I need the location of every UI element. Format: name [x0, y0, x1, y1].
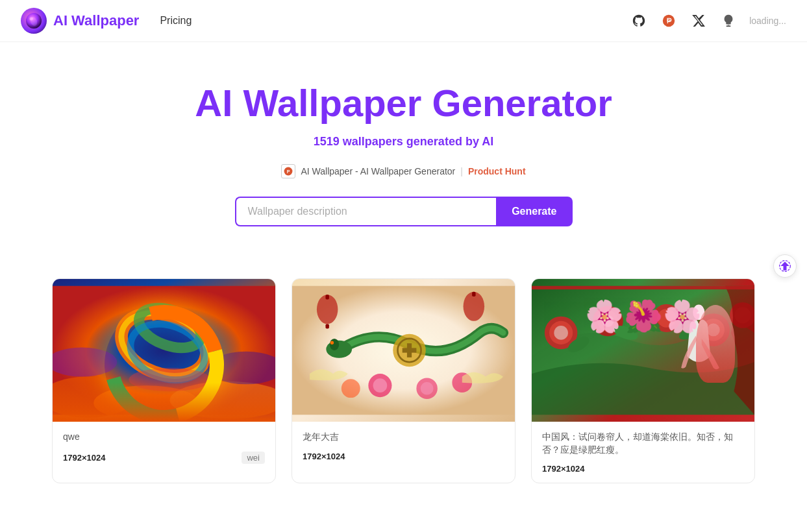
gallery-size-2: 1792×1024: [303, 452, 345, 461]
svg-point-31: [421, 382, 434, 395]
loading-status: loading...: [749, 16, 786, 26]
twitter-x-icon[interactable]: [689, 12, 708, 30]
header-left: AI Wallpaper Pricing: [21, 8, 192, 34]
logo-link[interactable]: AI Wallpaper: [21, 8, 139, 34]
svg-point-9: [53, 377, 134, 418]
svg-point-48: [702, 319, 725, 341]
svg-point-15: [123, 314, 212, 389]
svg-point-46: [657, 309, 676, 328]
svg-point-27: [330, 341, 334, 345]
svg-point-44: [602, 315, 614, 327]
hero-title: AI Wallpaper Generator: [195, 81, 612, 125]
svg-point-32: [341, 379, 360, 398]
producthunt-icon[interactable]: P: [660, 12, 678, 30]
gallery-info-2: 龙年大吉 1792×1024: [292, 422, 515, 470]
svg-text:P: P: [667, 19, 671, 25]
nav-pricing[interactable]: Pricing: [160, 15, 192, 27]
gallery-section: qwe 1792×1024 wei: [0, 252, 807, 509]
ph-logo-box: P: [281, 164, 295, 178]
gallery-image-3: [532, 279, 754, 422]
gallery-meta-3: 1792×1024: [542, 464, 744, 474]
logo-icon: [21, 8, 47, 34]
product-hunt-link[interactable]: Product Hunt: [468, 166, 526, 176]
svg-point-42: [593, 306, 623, 336]
subtitle-text: wallpapers generated by AI: [340, 135, 493, 148]
search-bar: Generate: [235, 197, 573, 226]
gallery-card-1[interactable]: qwe 1792×1024 wei: [52, 278, 276, 483]
svg-rect-21: [325, 295, 329, 299]
svg-point-55: [693, 305, 704, 320]
gallery-image-1: [53, 279, 275, 422]
gallery-info-3: 中国风：试问卷帘人，却道海棠依旧。知否，知否？应是绿肥红瘦。 1792×1024: [532, 422, 754, 483]
gallery-meta-2: 1792×1024: [303, 452, 504, 461]
svg-point-2: [30, 18, 33, 21]
scroll-to-top-button[interactable]: [773, 254, 797, 278]
gallery-desc-3: 中国风：试问卷帘人，却道海棠依旧。知否，知否？应是绿肥红瘦。: [542, 431, 744, 456]
gallery-card-2[interactable]: 龙年大吉 1792×1024: [292, 278, 515, 483]
gallery-desc-1: qwe: [63, 431, 265, 444]
svg-point-26: [330, 339, 339, 350]
svg-rect-22: [325, 324, 329, 328]
gallery-author-1: wei: [242, 452, 265, 464]
gallery-size-1: 1792×1024: [63, 453, 105, 463]
svg-point-29: [373, 378, 388, 393]
svg-point-43: [597, 311, 618, 332]
hero-subtitle: 1519 wallpapers generated by AI: [314, 135, 493, 149]
gallery-card-3[interactable]: 中国风：试问卷帘人，却道海棠依旧。知否，知否？应是绿肥红瘦。 1792×1024: [531, 278, 755, 483]
header: AI Wallpaper Pricing P: [0, 0, 807, 42]
svg-text:P: P: [287, 169, 290, 174]
svg-point-41: [554, 326, 568, 340]
svg-point-45: [652, 304, 680, 332]
svg-point-18: [129, 368, 210, 391]
ph-badge-text: AI Wallpaper - AI Wallpaper Generator: [301, 166, 455, 176]
svg-point-11: [170, 381, 275, 419]
svg-point-10: [93, 385, 199, 420]
wallpaper-count: 1519: [314, 135, 340, 148]
svg-rect-56: [532, 286, 754, 289]
github-icon[interactable]: [630, 12, 648, 30]
product-hunt-badge: P AI Wallpaper - AI Wallpaper Generator …: [281, 164, 525, 178]
svg-point-49: [707, 323, 720, 336]
svg-rect-37: [403, 348, 417, 352]
gallery-size-3: 1792×1024: [542, 464, 584, 474]
lightbulb-icon[interactable]: [719, 12, 738, 30]
svg-point-47: [697, 313, 730, 346]
svg-point-16: [53, 347, 117, 376]
search-input[interactable]: [235, 197, 497, 226]
generate-button[interactable]: Generate: [496, 197, 572, 226]
svg-rect-24: [472, 292, 475, 296]
gallery-info-1: qwe 1792×1024 wei: [53, 422, 275, 473]
gallery-desc-2: 龙年大吉: [303, 431, 504, 444]
hero-section: AI Wallpaper Generator 1519 wallpapers g…: [0, 42, 807, 252]
gallery-meta-1: 1792×1024 wei: [63, 452, 265, 464]
gallery-image-2: [292, 279, 515, 422]
logo-text: AI Wallpaper: [53, 12, 139, 29]
header-right: P loading...: [630, 12, 786, 30]
svg-point-17: [208, 352, 275, 385]
ph-divider: |: [460, 166, 463, 176]
